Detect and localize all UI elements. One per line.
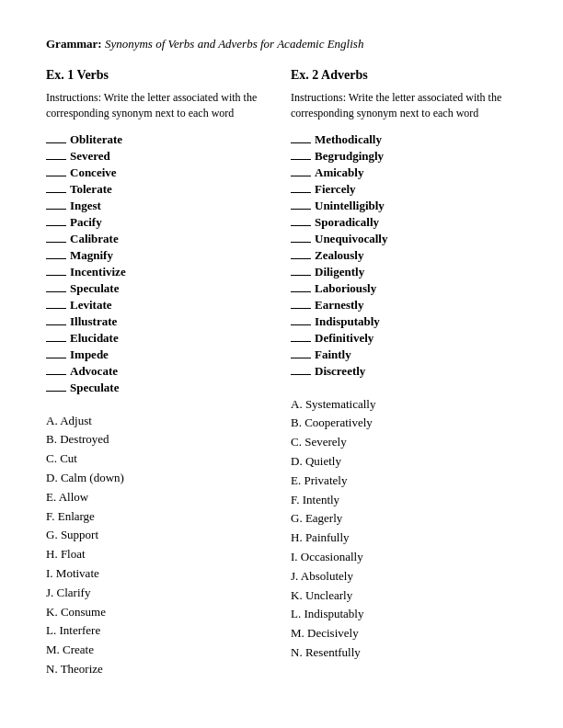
word-label: Unintelligibly xyxy=(315,199,385,213)
list-item: B. Cooperatively xyxy=(291,414,517,433)
answer-blank[interactable] xyxy=(46,275,66,276)
list-item: Methodically xyxy=(291,132,517,147)
list-item: Amicably xyxy=(291,165,517,180)
list-item: Advocate xyxy=(46,364,272,379)
answer-blank[interactable] xyxy=(291,358,311,358)
word-label: Definitively xyxy=(315,331,373,346)
answer-blank[interactable] xyxy=(46,391,66,392)
answer-blank[interactable] xyxy=(46,258,66,259)
answer-blank[interactable] xyxy=(46,142,66,143)
list-item: Ingest xyxy=(46,199,272,213)
list-item: G. Support xyxy=(46,526,272,545)
list-item: Obliterate xyxy=(46,132,272,147)
word-label: Levitate xyxy=(70,298,111,313)
list-item: Faintly xyxy=(291,347,517,362)
word-label: Ingest xyxy=(70,199,101,213)
list-item: Fiercely xyxy=(291,182,517,197)
ex2-word-list: MethodicallyBegrudginglyAmicablyFiercely… xyxy=(291,132,517,379)
answer-blank[interactable] xyxy=(291,209,311,210)
word-label: Begrudgingly xyxy=(315,149,384,164)
list-item: Earnestly xyxy=(291,298,517,313)
answer-blank[interactable] xyxy=(291,275,311,276)
list-item: M. Decisively xyxy=(291,624,517,643)
answer-blank[interactable] xyxy=(291,225,311,226)
ex2-answer-list: A. SystematicallyB. CooperativelyC. Seve… xyxy=(291,395,517,663)
answer-blank[interactable] xyxy=(46,159,66,160)
answer-blank[interactable] xyxy=(291,291,311,292)
answer-blank[interactable] xyxy=(291,324,311,325)
word-label: Calibrate xyxy=(70,232,119,246)
list-item: I. Occasionally xyxy=(291,548,517,567)
word-label: Fiercely xyxy=(315,182,356,197)
list-item: C. Severely xyxy=(291,433,517,452)
list-item: Severed xyxy=(46,149,272,164)
answer-blank[interactable] xyxy=(291,374,311,375)
ex1-header: Ex. 1 Verbs xyxy=(46,68,272,83)
list-item: Laboriously xyxy=(291,281,517,296)
word-label: Severed xyxy=(70,149,110,164)
word-label: Obliterate xyxy=(70,132,122,147)
ex2-instructions: Instructions: Write the letter associate… xyxy=(291,90,517,121)
list-item: Levitate xyxy=(46,298,272,313)
list-item: C. Cut xyxy=(46,449,272,469)
word-label: Sporadically xyxy=(315,215,379,230)
word-label: Speculate xyxy=(70,381,119,395)
word-label: Impede xyxy=(70,347,109,362)
list-item: D. Quietly xyxy=(291,452,517,472)
answer-blank[interactable] xyxy=(291,341,311,342)
list-item: J. Clarify xyxy=(46,584,272,603)
list-item: Definitively xyxy=(291,331,517,346)
word-label: Unequivocally xyxy=(315,232,387,246)
answer-blank[interactable] xyxy=(46,209,66,210)
answer-blank[interactable] xyxy=(291,258,311,259)
list-item: E. Allow xyxy=(46,488,272,507)
list-item: F. Intently xyxy=(291,491,517,510)
list-item: H. Painfully xyxy=(291,529,517,548)
answer-blank[interactable] xyxy=(46,225,66,226)
list-item: Tolerate xyxy=(46,182,272,197)
list-item: I. Motivate xyxy=(46,564,272,584)
ex1-answer-list: A. AdjustB. DestroyedC. CutD. Calm (down… xyxy=(46,412,272,679)
word-label: Magnify xyxy=(70,248,113,263)
answer-blank[interactable] xyxy=(46,341,66,342)
answer-blank[interactable] xyxy=(291,159,311,160)
list-item: K. Consume xyxy=(46,603,272,622)
answer-blank[interactable] xyxy=(46,176,66,176)
answer-blank[interactable] xyxy=(46,324,66,325)
list-item: B. Destroyed xyxy=(46,430,272,449)
list-item: L. Interfere xyxy=(46,621,272,641)
list-item: Discreetly xyxy=(291,364,517,379)
answer-blank[interactable] xyxy=(291,242,311,243)
answer-blank[interactable] xyxy=(46,308,66,309)
word-label: Elucidate xyxy=(70,331,119,346)
answer-blank[interactable] xyxy=(291,308,311,309)
list-item: K. Unclearly xyxy=(291,586,517,606)
word-label: Discreetly xyxy=(315,364,365,379)
list-item: J. Absolutely xyxy=(291,567,517,586)
ex2-column: Ex. 2 Adverbs Instructions: Write the le… xyxy=(291,68,517,679)
answer-blank[interactable] xyxy=(291,192,311,193)
answer-blank[interactable] xyxy=(46,374,66,375)
list-item: Indisputably xyxy=(291,314,517,329)
list-item: Speculate xyxy=(46,281,272,296)
list-item: Diligently xyxy=(291,265,517,279)
list-item: Unintelligibly xyxy=(291,199,517,213)
answer-blank[interactable] xyxy=(46,358,66,358)
list-item: Zealously xyxy=(291,248,517,263)
list-item: F. Enlarge xyxy=(46,507,272,527)
answer-blank[interactable] xyxy=(46,242,66,243)
list-item: Elucidate xyxy=(46,331,272,346)
list-item: L. Indisputably xyxy=(291,605,517,624)
list-item: Begrudgingly xyxy=(291,149,517,164)
ex1-word-list: ObliterateSeveredConceiveTolerateIngestP… xyxy=(46,132,272,395)
answer-blank[interactable] xyxy=(46,291,66,292)
word-label: Illustrate xyxy=(70,314,117,329)
answer-blank[interactable] xyxy=(291,176,311,176)
ex2-header: Ex. 2 Adverbs xyxy=(291,68,517,83)
answer-blank[interactable] xyxy=(46,192,66,193)
answer-blank[interactable] xyxy=(291,142,311,143)
word-label: Tolerate xyxy=(70,182,112,197)
word-label: Zealously xyxy=(315,248,363,263)
list-item: G. Eagerly xyxy=(291,509,517,529)
list-item: Impede xyxy=(46,347,272,362)
